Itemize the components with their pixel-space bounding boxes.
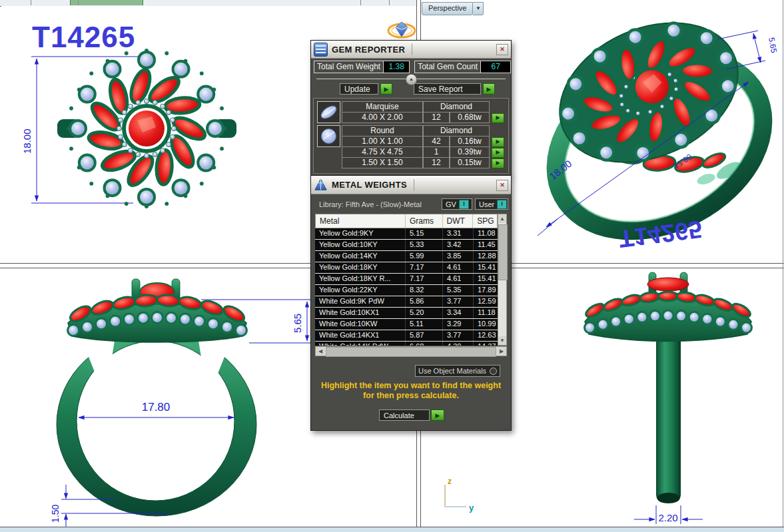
axis-y-label: y [469,503,474,513]
gem-shape [599,320,607,329]
total-gem-weight-value: 1.38 [384,61,410,73]
gem-shape [729,320,737,329]
calculate-go-icon[interactable]: ▶ [431,409,444,421]
gem-row-go-icon[interactable]: ▶ [492,137,504,147]
column-header-spg[interactable]: SPG [473,214,497,228]
axis-gizmo: z y [445,477,474,513]
gem-shape [69,107,73,110]
gem-size-cell[interactable]: 1.00 X 1.00 [342,136,423,147]
gem-weight-cell[interactable]: 0.39tw [450,147,490,158]
vscroll-thumb[interactable] [498,224,508,280]
gem-row-go-icon[interactable]: ▶ [492,148,504,158]
update-button[interactable]: Update [340,83,378,95]
metal-cell: 3.77 [443,296,474,307]
viewport-tab-label[interactable]: Perspective [422,2,473,15]
gem-reporter-title: GEM REPORTER [332,45,405,55]
gem-shape [181,314,190,324]
gem-reporter-panel[interactable]: GEM REPORTER ✕ Total Gem Weight 1.38 Tot… [310,40,512,176]
column-header-dwt[interactable]: DWT [443,214,474,228]
gem-shape [83,322,92,332]
metal-table-row[interactable]: Yellow Gold:14KY5.993.8512.88 [315,251,498,262]
metal-table-row[interactable]: White Gold:14KX15.873.7712.63 [315,330,498,342]
user-toggle-state-icon: I [497,200,507,209]
scroll-up-icon[interactable]: ▲ [498,214,506,223]
metal-cell: 5.20 [406,308,443,318]
metal-weights-close-button[interactable]: ✕ [496,180,508,191]
center-gem-side [647,278,689,291]
metal-cell: 5.35 [443,285,474,296]
gem-count-cell[interactable]: 12 [423,158,450,168]
dim-persp-head-height: 5.65 [767,37,779,54]
gem-shape [160,148,165,153]
toolbar-divider [360,0,361,5]
gem-shape [90,72,93,75]
gem-shape [175,181,188,194]
gem-group-marquise: Marquise Diamond 4.00 X 2.00 12 0.68tw ▶ [342,101,504,123]
gem-shape-header: Marquise [342,101,423,113]
gem-weight-cell[interactable]: 0.15tw [450,158,490,168]
viewport-tab-perspective[interactable]: Perspective ▼ [422,2,484,15]
dim-top-height: 18.00 [21,129,33,154]
gem-size-cell[interactable]: 1.50 X 1.50 [342,158,423,168]
jewelry-plugin-logo-icon [387,21,416,39]
scroll-left-icon[interactable]: ◀ [316,347,325,356]
metal-table-row[interactable]: White Gold:10KX15.203.3411.18 [315,308,498,319]
gem-row-go-icon[interactable]: ▶ [492,158,504,168]
metal-table-row[interactable]: Yellow Gold:18KY7.174.6115.41 [315,262,498,274]
header-separator [414,179,414,191]
metal-cell: 5.99 [406,251,443,262]
gem-size-cell[interactable]: 4.75 X 4.75 [342,147,423,158]
header-separator [412,43,412,55]
metal-weights-header[interactable]: METAL WEIGHTS ✕ [311,176,511,194]
scroll-right-icon[interactable]: ▶ [497,347,506,356]
metal-table-vscrollbar[interactable]: ▲ ▼ [498,214,507,346]
instruction-text-line1: Highlight the item you want to find the … [311,381,511,391]
metal-table-row[interactable]: White Gold:9K PdW5.863.7712.59 [315,296,498,308]
save-report-go-icon[interactable]: ▶ [483,83,495,95]
gem-shape [111,316,120,326]
metal-weights-icon [314,178,328,192]
gem-size-cell[interactable]: 4.00 X 2.00 [342,113,423,123]
use-object-materials-button[interactable]: Use Object Materials [415,365,500,377]
metal-cell: 3.85 [443,251,474,262]
column-header-metal[interactable]: Metal [316,214,406,228]
metal-table-row[interactable]: White Gold:14K PdW6.684.3014.37 [315,342,498,346]
calculate-button[interactable]: Calculate [379,409,430,421]
metal-table-hscrollbar[interactable]: ◀ ▶ [315,346,507,356]
viewport-tab-dropdown-icon[interactable]: ▼ [473,2,484,15]
model-number-label: T14265 [32,21,135,53]
gem-shape [90,182,93,185]
save-report-button[interactable]: Save Report [414,83,481,95]
gem-count-cell[interactable]: 42 [423,136,450,147]
metal-table-row[interactable]: Yellow Gold:9KY5.153.3111.08 [315,228,498,240]
gem-weight-cell[interactable]: 0.68tw [450,113,490,123]
active-layer-tab[interactable] [70,0,143,5]
scroll-down-icon[interactable]: ▼ [498,336,506,345]
dim-band-width: 2.20 [658,512,677,523]
gem-count-cell[interactable]: 12 [423,113,450,123]
gem-shape [220,107,223,110]
hscroll-thumb[interactable] [326,347,496,357]
metal-table-row[interactable]: Yellow Gold:18KY R...7.174.6115.41 [315,274,498,285]
gem-count-cell[interactable]: 1 [423,147,450,158]
total-gem-weight-label: Total Gem Weight [314,61,384,73]
gem-shape [140,190,153,204]
gem-shape [664,312,673,320]
gem-shape [651,312,659,320]
metal-table-row[interactable]: Yellow Gold:10KY5.333.4211.45 [315,240,498,251]
gv-toggle-button[interactable]: GV I [442,198,472,210]
metal-table-row[interactable]: Yellow Gold:22KY8.325.3517.89 [315,285,498,296]
user-toggle-button[interactable]: User I [475,198,508,210]
gem-shape [81,156,94,170]
gem-shape [625,315,633,324]
metal-weights-panel[interactable]: METAL WEIGHTS ✕ Library: Fifth Ave - (Sl… [310,175,512,431]
gem-reporter-close-button[interactable]: ✕ [496,44,508,55]
gem-reporter-header[interactable]: GEM REPORTER ✕ [311,41,511,59]
update-go-icon[interactable]: ▶ [380,83,392,95]
gem-row-go-icon[interactable]: ▶ [492,113,504,123]
metal-table-body: Yellow Gold:9KY5.153.3111.08Yellow Gold:… [315,228,498,346]
gem-weight-cell[interactable]: 0.16tw [450,136,490,147]
gem-shape [69,147,73,150]
column-header-grams[interactable]: Grams [406,214,443,228]
metal-table-row[interactable]: White Gold:10KW5.113.2910.99 [315,319,498,330]
